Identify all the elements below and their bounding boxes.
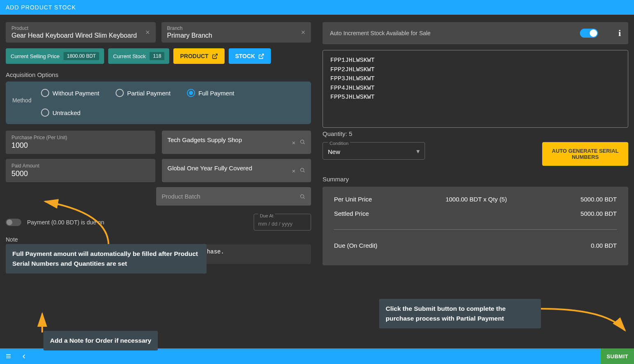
submit-label: SUBMIT [607,353,628,359]
condition-select[interactable]: Condition New ▾ [323,142,425,160]
search-icon[interactable] [300,139,305,145]
selling-price-chip: Current Selling Price 1800.00 BDT [6,48,104,64]
selling-price-value: 1800.00 BDT [64,52,99,60]
note-label: Note [6,236,311,243]
auto-increment-row: Auto Increment Stock Available for Sale … [323,22,628,44]
supplier-select[interactable]: Tech Gadgets Supply Shop × [162,131,311,154]
product-button[interactable]: PRODUCT [173,48,224,64]
search-icon[interactable] [300,194,305,199]
clear-branch-icon[interactable]: × [301,28,305,37]
supplier-value: Tech Gadgets Supply Shop [168,136,242,143]
payment-due-label: Payment (0.00 BDT) is due on [27,219,104,226]
radio-circle-icon [116,89,124,97]
svg-line-5 [304,171,305,172]
left-column: Product Gear Head Keyboard Wired Slim Ke… [6,22,311,344]
method-panel: Method Without Payment Partial Payment F… [6,81,311,124]
branch-value: Primary Branch [167,32,212,39]
summary-box: Per Unit Price 1000.00 BDT x Qty (5) 500… [323,187,628,265]
clear-icon[interactable]: × [292,167,295,174]
summary-title: Summary [323,176,628,183]
quantity-label: Quantity: 5 [323,130,628,137]
radio-label: Without Payment [52,90,99,97]
acquisition-title: Acquisition Options [6,71,311,78]
stock-button-label: STOCK [235,53,255,59]
callout-note-hint: Add a Note for Order if necessary [43,331,158,350]
per-unit-calc: 1000.00 BDT x Qty (5) [445,196,507,203]
branch-field[interactable]: Branch Primary Branch × [161,22,311,43]
warranty-value: Global One Year Fully Covered [168,165,252,172]
payment-due-toggle[interactable] [6,219,21,226]
radio-label: Untracked [52,109,80,116]
auto-generate-button[interactable]: AUTO GENERATE SERIAL NUMBERS [542,142,628,166]
paid-amount-value: 5000 [11,170,28,178]
method-label: Method [12,89,37,117]
auto-increment-toggle[interactable] [580,29,598,38]
product-batch-select[interactable]: Product Batch [156,187,311,206]
purchase-price-input[interactable]: Purchase Price (Per Unit) 1000 [6,131,155,154]
batch-placeholder: Product Batch [162,193,200,200]
product-label: Product [11,25,150,31]
page-title: ADD PRODUCT STOCK [6,4,76,11]
settled-value: 5000.00 BDT [581,210,617,217]
submit-button[interactable]: SUBMIT [601,348,634,364]
info-icon[interactable]: i [618,28,621,38]
main-content: Product Gear Head Keyboard Wired Slim Ke… [0,15,634,348]
callout-submit-hint: Click the Submit button to complete the … [379,299,541,328]
radio-without-payment[interactable]: Without Payment [41,89,99,97]
purchase-price-value: 1000 [11,141,28,149]
due-at-input[interactable]: Due At mm / dd / yyyy [254,214,311,231]
svg-point-2 [300,140,304,143]
radio-untracked[interactable]: Untracked [41,109,290,117]
radio-circle-selected-icon [187,89,195,97]
top-bar: ADD PRODUCT STOCK [0,0,634,15]
condition-label: Condition [328,141,350,146]
settled-label: Settled Price [334,210,369,217]
radio-circle-icon [41,109,49,117]
back-icon[interactable]: ‹ [23,351,25,362]
radio-label: Full Payment [198,90,234,97]
menu-icon[interactable]: ≡ [6,351,11,362]
per-unit-total: 5000.00 BDT [581,196,617,203]
product-field[interactable]: Product Gear Head Keyboard Wired Slim Ke… [6,22,156,43]
search-icon[interactable] [300,167,305,173]
purchase-price-label: Purchase Price (Per Unit) [11,135,150,140]
current-stock-value: 118 [150,52,164,60]
radio-partial-payment[interactable]: Partial Payment [116,89,170,97]
auto-generate-label: AUTO GENERATE SERIAL NUMBERS [550,148,620,160]
current-stock-label: Current Stock [113,53,145,59]
due-at-label: Due At [258,213,275,218]
svg-line-0 [214,54,217,57]
serial-numbers-box[interactable]: FPP1JHLWSKWTFPP2JHLWSKWTFPP3JHLWSKWTFPP4… [323,50,628,128]
svg-line-1 [261,54,264,57]
due-label: Due (On Credit) [334,242,377,249]
due-value: 0.00 BDT [591,242,617,249]
stock-button[interactable]: STOCK [229,48,271,64]
selling-price-label: Current Selling Price [11,53,59,59]
right-column: Auto Increment Stock Available for Sale … [323,22,628,344]
branch-label: Branch [167,25,306,31]
svg-line-7 [304,197,305,199]
radio-label: Partial Payment [127,90,170,97]
chevron-down-icon: ▾ [416,147,420,155]
external-link-icon [212,53,218,59]
per-unit-label: Per Unit Price [334,196,372,203]
paid-amount-input[interactable]: Paid Amount 5000 [6,159,155,182]
auto-increment-label: Auto Increment Stock Available for Sale [330,30,431,36]
divider [334,229,617,230]
radio-full-payment[interactable]: Full Payment [187,89,234,97]
clear-product-icon[interactable]: × [145,28,150,37]
warranty-select[interactable]: Global One Year Fully Covered × [162,159,311,182]
external-link-icon [258,53,264,59]
product-button-label: PRODUCT [180,53,208,59]
clear-icon[interactable]: × [292,139,295,146]
due-at-placeholder: mm / dd / yyyy [258,221,307,227]
svg-point-4 [300,168,304,171]
bottom-bar: ≡ ‹ SUBMIT [0,348,634,364]
condition-value: New [328,148,420,155]
paid-amount-label: Paid Amount [11,163,150,169]
callout-payment-auto: Full Payment amount will automatically b… [6,244,207,274]
svg-line-3 [304,143,305,144]
svg-point-6 [300,194,304,198]
radio-circle-icon [41,89,49,97]
current-stock-chip: Current Stock 118 [108,48,170,64]
